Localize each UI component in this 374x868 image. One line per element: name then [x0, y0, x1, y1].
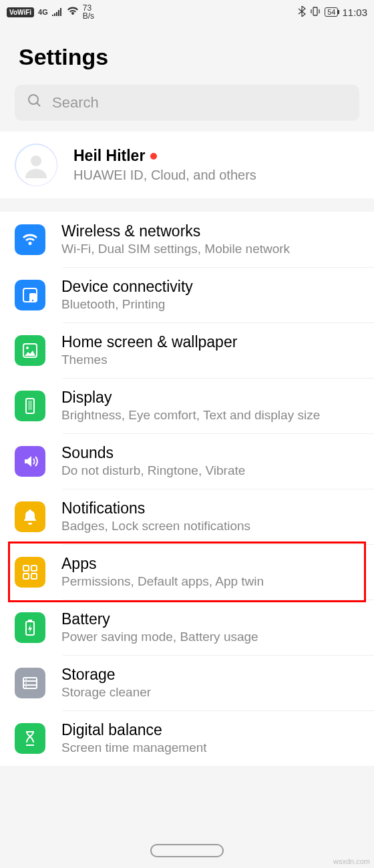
settings-item-device-connectivity[interactable]: Device connectivity Bluetooth, Printing [0, 267, 374, 322]
svg-point-19 [25, 686, 27, 687]
notifications-icon [15, 501, 45, 532]
watermark: wsxdn.com [333, 857, 370, 865]
page-header: Settings [0, 24, 374, 85]
item-sub: Wi-Fi, Dual SIM settings, Mobile network [61, 242, 290, 256]
vibrate-icon [310, 6, 321, 19]
item-text: Digital balance Screen time management [61, 721, 207, 755]
home-screen-icon [15, 335, 45, 366]
storage-icon [15, 668, 45, 698]
item-text: Display Brightness, Eye comfort, Text an… [61, 389, 320, 423]
item-text: Wireless & networks Wi-Fi, Dual SIM sett… [61, 222, 290, 256]
item-sub: Bluetooth, Printing [61, 297, 193, 312]
item-text: Sounds Do not disturb, Ringtone, Vibrate [61, 444, 245, 478]
search-container: Search [0, 85, 374, 129]
vowifi-badge: VoWiFi [7, 7, 34, 17]
battery-icon [15, 612, 45, 643]
item-title: Storage [61, 666, 151, 684]
settings-item-notifications[interactable]: Notifications Badges, Lock screen notifi… [0, 489, 374, 544]
item-sub: Permissions, Default apps, App twin [61, 574, 264, 589]
digital-balance-icon [15, 723, 45, 754]
item-title: Home screen & wallpaper [61, 333, 237, 351]
item-sub: Themes [61, 353, 237, 367]
apps-icon [15, 557, 45, 588]
item-sub: Badges, Lock screen notifications [61, 519, 250, 533]
bluetooth-icon [298, 6, 306, 19]
settings-list: Wireless & networks Wi-Fi, Dual SIM sett… [0, 212, 374, 766]
item-text: Notifications Badges, Lock screen notifi… [61, 499, 250, 533]
account-row[interactable]: Heil Hitler HUAWEI ID, Cloud, and others [0, 132, 374, 198]
item-title: Notifications [61, 499, 250, 517]
svg-point-18 [25, 682, 27, 684]
settings-item-storage[interactable]: Storage Storage cleaner [0, 655, 374, 710]
sounds-icon [15, 446, 45, 477]
battery-indicator: 54 [325, 7, 338, 17]
item-text: Device connectivity Bluetooth, Printing [61, 278, 193, 312]
svg-point-7 [26, 347, 29, 349]
svg-rect-9 [28, 401, 32, 410]
search-icon [27, 93, 43, 113]
item-text: Home screen & wallpaper Themes [61, 333, 237, 367]
clock: 11:03 [342, 7, 367, 18]
settings-item-sounds[interactable]: Sounds Do not disturb, Ringtone, Vibrate [0, 433, 374, 489]
notification-dot-icon [150, 153, 157, 160]
svg-rect-10 [23, 566, 29, 571]
item-title: Digital balance [61, 721, 207, 739]
item-sub: Screen time management [61, 740, 207, 755]
display-icon [15, 391, 45, 421]
svg-point-5 [32, 299, 33, 300]
item-title: Device connectivity [61, 278, 193, 296]
item-sub: Do not disturb, Ringtone, Vibrate [61, 463, 245, 478]
status-right: 54 11:03 [298, 6, 367, 19]
settings-item-home-screen[interactable]: Home screen & wallpaper Themes [0, 322, 374, 378]
settings-item-wireless[interactable]: Wireless & networks Wi-Fi, Dual SIM sett… [0, 212, 374, 267]
svg-rect-15 [28, 620, 32, 622]
svg-rect-13 [31, 574, 37, 579]
item-title: Sounds [61, 444, 245, 462]
svg-rect-12 [23, 574, 29, 579]
wireless-icon [15, 224, 45, 255]
status-left: VoWiFi 4G 73 B/s [7, 4, 94, 20]
svg-rect-0 [313, 7, 317, 15]
account-text: Heil Hitler HUAWEI ID, Cloud, and others [73, 147, 256, 183]
network-icon: 4G [38, 8, 48, 16]
page-title: Settings [19, 44, 355, 70]
svg-point-17 [25, 678, 27, 680]
account-sub: HUAWEI ID, Cloud, and others [73, 168, 256, 183]
account-name: Heil Hitler [73, 147, 145, 165]
section-gap [0, 198, 374, 212]
item-text: Storage Storage cleaner [61, 666, 151, 700]
item-title: Display [61, 389, 320, 407]
item-title: Apps [61, 555, 264, 573]
nav-pill[interactable] [150, 844, 224, 857]
item-title: Battery [61, 610, 258, 628]
status-bar: VoWiFi 4G 73 B/s 54 11:03 [0, 0, 374, 24]
settings-item-display[interactable]: Display Brightness, Eye comfort, Text an… [0, 378, 374, 433]
item-sub: Storage cleaner [61, 685, 151, 700]
search-placeholder: Search [52, 94, 99, 112]
settings-item-apps[interactable]: Apps Permissions, Default apps, App twin [0, 544, 374, 600]
settings-item-battery[interactable]: Battery Power saving mode, Battery usage [0, 600, 374, 655]
item-sub: Brightness, Eye comfort, Text and displa… [61, 408, 320, 423]
data-speed: 73 B/s [83, 4, 94, 20]
item-sub: Power saving mode, Battery usage [61, 630, 258, 644]
avatar [15, 144, 57, 186]
svg-point-2 [31, 156, 41, 166]
settings-item-digital-balance[interactable]: Digital balance Screen time management [0, 710, 374, 766]
device-connectivity-icon [15, 280, 45, 310]
wifi-icon [67, 7, 79, 18]
item-text: Apps Permissions, Default apps, App twin [61, 555, 264, 589]
search-input[interactable]: Search [15, 85, 359, 121]
item-text: Battery Power saving mode, Battery usage [61, 610, 258, 644]
signal-icon [52, 7, 63, 18]
item-title: Wireless & networks [61, 222, 290, 240]
svg-rect-11 [31, 566, 37, 571]
svg-point-1 [29, 95, 38, 104]
